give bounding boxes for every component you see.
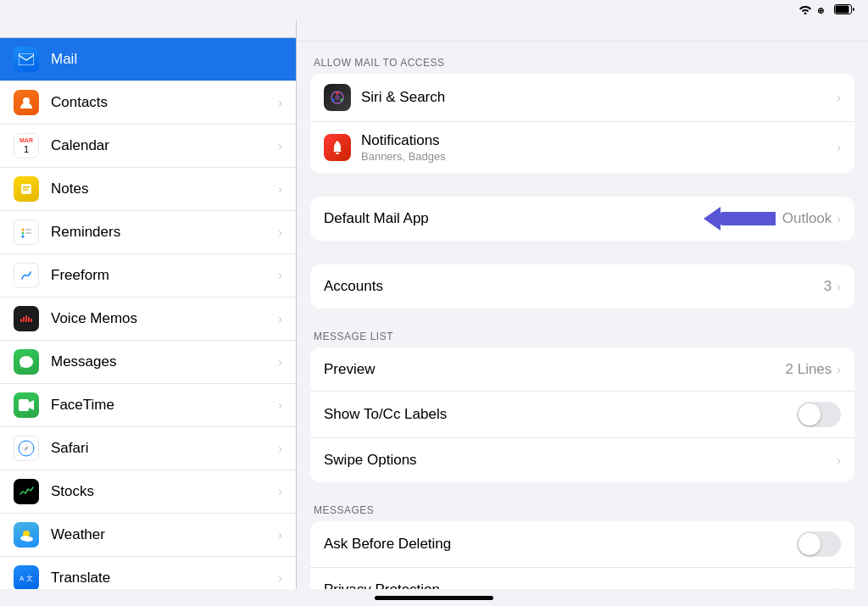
arrow-annotation bbox=[704, 207, 776, 231]
show-tocc-labels-title: Show To/Cc Labels bbox=[324, 406, 797, 423]
svg-point-8 bbox=[22, 232, 25, 235]
chevron-right-icon: › bbox=[837, 583, 841, 590]
stocks-label: Stocks bbox=[51, 483, 94, 500]
battery-icon bbox=[834, 4, 854, 17]
svg-rect-6 bbox=[23, 189, 28, 191]
svg-text:A: A bbox=[19, 575, 25, 582]
settings-group-allow-mail-access: Siri & Search›NotificationsBanners, Badg… bbox=[310, 74, 854, 173]
settings-row-accounts[interactable]: Accounts3› bbox=[310, 264, 854, 309]
show-tocc-labels-content: Show To/Cc Labels bbox=[324, 406, 797, 423]
svg-point-37 bbox=[335, 95, 340, 100]
settings-group-messages: Ask Before DeletingPrivacy Protection›Fo… bbox=[310, 521, 854, 589]
sidebar-item-facetime[interactable]: FaceTime› bbox=[0, 384, 296, 427]
accounts-title: Accounts bbox=[324, 278, 824, 295]
toggle-thumb bbox=[798, 533, 821, 555]
preview-content: Preview bbox=[324, 361, 786, 378]
content-area: ALLOW MAIL TO ACCESSSiri & Search›Notifi… bbox=[297, 20, 868, 589]
svg-rect-12 bbox=[20, 319, 22, 322]
chevron-right-icon: › bbox=[278, 225, 282, 239]
notifications-subtitle: Banners, Badges bbox=[361, 150, 837, 163]
sidebar-item-voicememos[interactable]: Voice Memos› bbox=[0, 297, 296, 341]
stocks-icon bbox=[14, 479, 39, 504]
svg-rect-14 bbox=[25, 315, 27, 322]
toggle-thumb bbox=[798, 403, 821, 425]
weather-label: Weather bbox=[51, 526, 105, 543]
svg-point-39 bbox=[341, 99, 343, 102]
siri-search-content: Siri & Search bbox=[361, 89, 837, 106]
settings-row-siri-search[interactable]: Siri & Search› bbox=[310, 74, 854, 122]
facetime-label: FaceTime bbox=[51, 397, 114, 414]
sidebar-item-calendar[interactable]: MAR1Calendar› bbox=[0, 125, 296, 168]
svg-rect-16 bbox=[31, 319, 32, 322]
chevron-right-icon: › bbox=[837, 363, 841, 376]
sidebar-item-weather[interactable]: Weather› bbox=[0, 514, 296, 557]
ask-before-deleting-right bbox=[797, 531, 841, 557]
notifications-right: › bbox=[837, 141, 841, 154]
swipe-options-title: Swipe Options bbox=[324, 452, 837, 469]
settings-group-accounts-section: Accounts3› bbox=[310, 264, 854, 309]
accounts-content: Accounts bbox=[324, 278, 824, 295]
ask-before-deleting-toggle[interactable] bbox=[797, 531, 841, 557]
main-layout: MailContacts›MAR1Calendar›Notes›Reminder… bbox=[0, 20, 868, 589]
translate-label: Translate bbox=[51, 570, 110, 587]
settings-row-default-mail-app[interactable]: Default Mail AppOutlook› bbox=[310, 197, 854, 241]
content-header bbox=[297, 20, 868, 42]
arrow-body bbox=[721, 212, 776, 225]
svg-rect-1 bbox=[836, 5, 849, 13]
svg-point-9 bbox=[22, 236, 25, 238]
settings-row-notifications[interactable]: NotificationsBanners, Badges› bbox=[310, 122, 854, 173]
privacy-protection-right: › bbox=[837, 583, 841, 590]
facetime-icon bbox=[14, 392, 39, 418]
chevron-right-icon: › bbox=[278, 442, 282, 455]
svg-rect-13 bbox=[23, 317, 25, 322]
swipe-options-right: › bbox=[837, 453, 841, 467]
section-label-message-list: MESSAGE LIST bbox=[297, 315, 868, 347]
sidebar-item-contacts[interactable]: Contacts› bbox=[0, 81, 296, 125]
settings-row-swipe-options[interactable]: Swipe Options› bbox=[310, 438, 854, 482]
messages-icon bbox=[14, 349, 39, 375]
settings-row-preview[interactable]: Preview2 Lines› bbox=[310, 347, 854, 392]
svg-point-38 bbox=[337, 92, 339, 95]
preview-value: 2 Lines bbox=[786, 361, 832, 378]
calendar-label: Calendar bbox=[51, 137, 109, 154]
privacy-protection-title: Privacy Protection bbox=[324, 581, 837, 590]
svg-rect-11 bbox=[25, 232, 31, 234]
show-tocc-labels-right bbox=[797, 402, 841, 427]
chevron-right-icon: › bbox=[278, 398, 282, 412]
default-mail-app-title: Default Mail App bbox=[324, 210, 704, 227]
sidebar-item-mail[interactable]: Mail bbox=[0, 38, 296, 81]
chevron-right-icon: › bbox=[837, 280, 841, 293]
sidebar-list: MailContacts›MAR1Calendar›Notes›Reminder… bbox=[0, 38, 296, 589]
sidebar-item-stocks[interactable]: Stocks› bbox=[0, 470, 296, 514]
weather-icon bbox=[14, 522, 39, 548]
messages-label: Messages bbox=[51, 353, 116, 370]
safari-icon bbox=[14, 436, 39, 461]
svg-point-25 bbox=[23, 537, 33, 542]
freeform-label: Freeform bbox=[51, 267, 109, 284]
settings-row-show-tocc-labels[interactable]: Show To/Cc Labels bbox=[310, 392, 854, 438]
mail-icon bbox=[14, 47, 39, 72]
show-tocc-labels-toggle[interactable] bbox=[797, 402, 841, 427]
ask-before-deleting-title: Ask Before Deleting bbox=[324, 536, 797, 553]
settings-row-ask-before-deleting[interactable]: Ask Before Deleting bbox=[310, 521, 854, 568]
sidebar-item-reminders[interactable]: Reminders› bbox=[0, 211, 296, 254]
sidebar-item-safari[interactable]: Safari› bbox=[0, 427, 296, 470]
notifications-icon bbox=[324, 134, 351, 161]
sidebar-item-messages[interactable]: Messages› bbox=[0, 341, 296, 384]
sidebar-item-notes[interactable]: Notes› bbox=[0, 168, 296, 211]
location-icon: ⊕ bbox=[817, 6, 824, 15]
notifications-content: NotificationsBanners, Badges bbox=[361, 132, 837, 163]
freeform-icon bbox=[14, 263, 39, 288]
sidebar-item-freeform[interactable]: Freeform› bbox=[0, 254, 296, 297]
svg-rect-41 bbox=[336, 153, 339, 154]
settings-row-privacy-protection[interactable]: Privacy Protection› bbox=[310, 568, 854, 589]
svg-point-40 bbox=[332, 99, 335, 102]
chevron-right-icon: › bbox=[278, 571, 282, 585]
sidebar-item-translate[interactable]: A文Translate› bbox=[0, 557, 296, 589]
wifi-icon bbox=[798, 4, 812, 17]
svg-rect-15 bbox=[28, 317, 30, 322]
siri-search-icon bbox=[324, 84, 351, 111]
chevron-right-icon: › bbox=[837, 141, 841, 154]
accounts-value: 3 bbox=[824, 278, 832, 295]
voicememos-icon bbox=[14, 306, 39, 331]
